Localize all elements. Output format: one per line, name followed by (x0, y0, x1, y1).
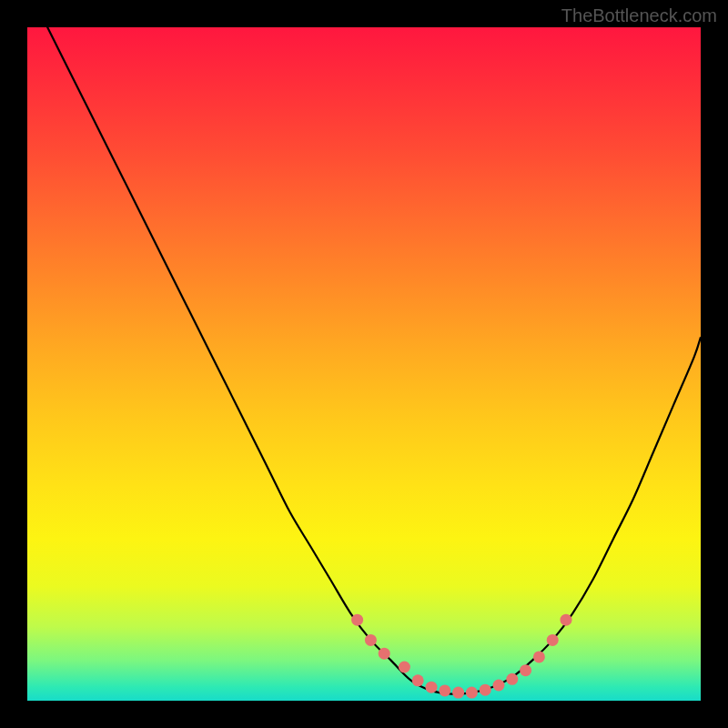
bottleneck-curve (27, 27, 701, 694)
dot (466, 687, 478, 699)
highlight-dots (351, 614, 571, 699)
dot (452, 687, 464, 699)
dot (351, 614, 363, 626)
dot (439, 684, 450, 696)
dot (399, 662, 410, 673)
dot (493, 679, 505, 691)
chart-svg (27, 27, 701, 701)
dot (533, 651, 545, 662)
dot (365, 634, 377, 646)
dot (506, 673, 518, 685)
dot (561, 614, 572, 626)
dot (520, 664, 531, 676)
dot (412, 674, 424, 686)
dot (426, 682, 438, 693)
watermark-text: TheBottleneck.com (561, 5, 717, 26)
plot-frame (18, 25, 710, 717)
plot-area (27, 27, 701, 701)
dot (379, 648, 390, 660)
dot (480, 684, 491, 696)
dot (547, 634, 559, 646)
